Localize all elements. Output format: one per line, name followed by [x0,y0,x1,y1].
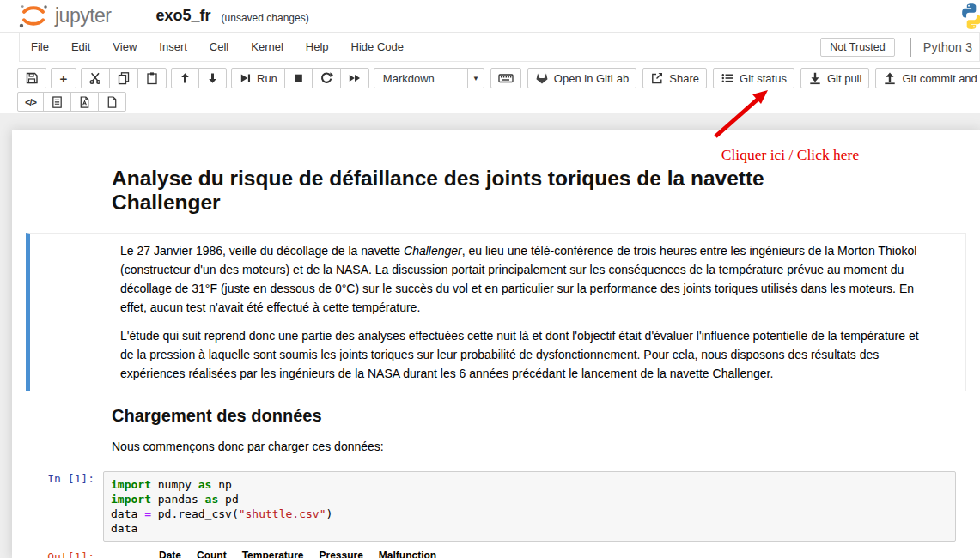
git-pull-button[interactable]: Git pull [800,68,869,88]
cut-button[interactable] [81,68,110,88]
git-status-button[interactable]: Git status [713,68,794,88]
quote-paragraph-2: L'étude qui suit reprend donc une partie… [120,326,924,383]
menu-item-hide-code[interactable]: Hide Code [340,33,415,61]
git-commit-push-label: Git commit and push [902,72,980,85]
not-trusted-button[interactable]: Not Trusted [820,38,895,57]
share-button[interactable]: Share [642,68,707,88]
menu-item-kernel[interactable]: Kernel [240,33,295,61]
arrow-down-icon [206,71,219,85]
output-prompt: Out[1]: [12,549,103,558]
list-icon [721,71,734,85]
kernel-name: Python 3 [923,40,972,54]
code-lines: import numpy as npimport pandas as pddat… [111,477,948,536]
table-header-date: Date [151,549,189,558]
export-script-button[interactable] [43,92,71,112]
run-label: Run [257,72,277,85]
run-button[interactable]: Run [231,68,285,88]
table-header-malfunction: Malfunction [371,549,444,558]
chevron-down-icon: ▼ [467,69,484,88]
paste-button[interactable] [137,68,167,88]
jupyter-logo-icon [17,2,50,31]
python-logo-icon [957,2,980,31]
challenger-italic: Challenger [404,244,462,258]
step-forward-icon [239,71,252,85]
fast-forward-icon [348,71,362,85]
code-cell[interactable]: In [1]: import numpy as npimport pandas … [12,471,980,542]
toolbar: + [0,62,980,113]
notebook-title[interactable]: exo5_fr [156,7,211,25]
toolbar-row-1: + [17,68,980,88]
gitlab-icon [535,71,549,85]
menu-item-insert[interactable]: Insert [148,33,198,61]
copy-button[interactable] [109,68,138,88]
copy-icon [117,71,131,85]
open-in-gitlab-label: Open in GitLab [554,72,629,85]
restart-kernel-button[interactable] [312,68,341,88]
restart-run-all-button[interactable] [340,68,369,88]
git-pull-label: Git pull [827,72,861,85]
section-title: Chargement des données [112,406,980,426]
share-label: Share [669,72,699,85]
floppy-icon [25,71,39,85]
plus-icon: + [60,72,68,85]
menu-item-view[interactable]: View [101,33,148,61]
menubar: FileEditViewInsertCellKernelHelpHide Cod… [19,33,980,62]
jupyter-wordmark: jupyter [55,4,112,27]
download-icon [808,71,822,85]
output-table-header-row: DateCountTemperaturePressureMalfunction [151,549,444,558]
keyboard-icon [498,71,514,85]
table-header-temperature: Temperature [234,549,312,558]
paste-icon [145,71,159,85]
menu-right: Not Trusted Python 3 [820,38,972,57]
code-icon: </> [25,97,36,107]
document-title: Analyse du risque de défaillance des joi… [112,167,850,215]
section-intro: Nous commençons donc par charger ces don… [112,440,980,453]
table-header-pressure: Pressure [311,549,370,558]
open-in-gitlab-button[interactable]: Open in GitLab [527,68,636,88]
code-editor[interactable]: import numpy as npimport pandas as pddat… [103,471,956,542]
kernel-separator [910,38,911,57]
file-pdf-icon [78,95,91,109]
git-status-label: Git status [740,72,787,85]
file-text-icon [51,95,64,109]
git-commit-push-button[interactable]: Git commit and push [875,68,980,88]
checkpoint-status: (unsaved changes) [222,12,309,24]
quote-paragraph-1: Le 27 Janvier 1986, veille du décollage … [120,241,924,317]
save-button[interactable] [17,68,46,88]
arrow-up-icon [179,71,192,85]
toolbar-row-2: </> [17,92,980,112]
upload-icon [883,71,897,85]
insert-cell-button[interactable]: + [51,68,76,88]
intro-blockquote: Le 27 Janvier 1986, veille du décollage … [26,233,966,391]
menu-item-edit[interactable]: Edit [60,33,101,61]
export-pdf-button[interactable] [70,92,99,112]
menu-item-help[interactable]: Help [295,33,340,61]
toggle-code-button[interactable]: </> [17,92,44,112]
cell-type-select[interactable]: Markdown ▼ [374,68,484,88]
jupyter-logo[interactable]: jupyter [17,2,112,31]
menu-item-file[interactable]: File [20,33,60,61]
interrupt-kernel-button[interactable] [284,68,313,88]
stop-icon [292,71,305,85]
output-area: Out[1]: DateCountTemperaturePressureMalf… [12,549,980,558]
cell-type-value: Markdown [374,72,467,85]
command-palette-button[interactable] [490,68,521,88]
menubar-container: FileEditViewInsertCellKernelHelpHide Cod… [0,33,980,62]
refresh-icon [320,71,333,85]
new-file-button[interactable] [98,92,126,112]
move-cell-up-button[interactable] [171,68,199,88]
notebook-page: Analyse du risque de défaillance des joi… [12,130,980,558]
menu-item-cell[interactable]: Cell [198,33,240,61]
scissors-icon [88,71,102,85]
table-header-count: Count [189,549,234,558]
input-prompt: In [1]: [12,471,103,542]
share-icon [650,71,664,85]
app-header: jupyter exo5_fr (unsaved changes) [0,0,980,33]
file-blank-icon [106,95,119,109]
move-cell-down-button[interactable] [198,68,227,88]
menu-items: FileEditViewInsertCellKernelHelpHide Cod… [20,33,415,61]
